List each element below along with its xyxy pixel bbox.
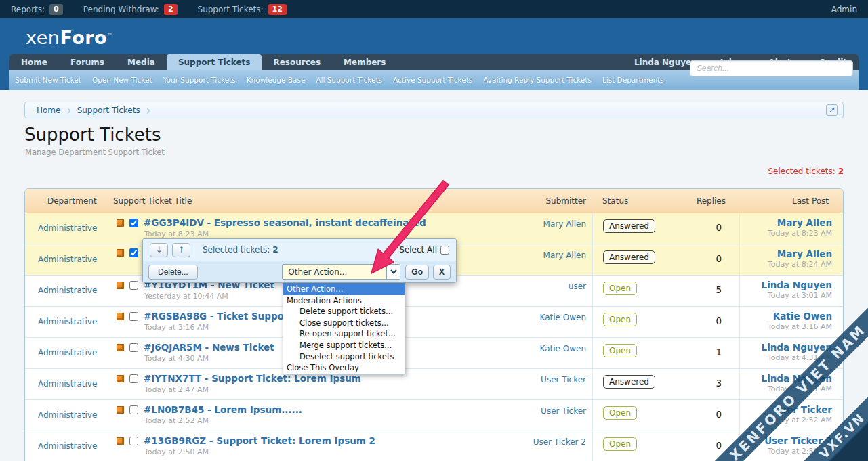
adminbar-stat-label: Reports: — [11, 5, 45, 14]
dropdown-option[interactable]: Delete support tickets... — [283, 306, 405, 317]
dropdown-option[interactable]: Close This Overlay — [283, 362, 405, 374]
status-cell: Open — [592, 276, 667, 306]
close-overlay-button[interactable]: X — [433, 265, 451, 280]
xenforo-logo[interactable]: xenForo™ — [26, 27, 113, 48]
status-badge: Open — [603, 282, 637, 295]
last-post-user-link[interactable]: Mary Allen — [740, 248, 832, 259]
replies-count: 5 — [667, 276, 739, 306]
department-link[interactable]: Administrative — [25, 276, 113, 306]
select-all-label: Select All — [399, 245, 437, 255]
ticket-date: Today at 2:52 AM — [144, 416, 474, 425]
table-row: Administrative #RGSBA98G - Ticket Suppor… — [25, 307, 843, 338]
header-replies[interactable]: Replies — [667, 196, 739, 206]
dropdown-option[interactable]: Re-open support ticket... — [283, 328, 405, 340]
header-last-post[interactable]: Last Post — [739, 196, 843, 206]
row-checkbox[interactable] — [129, 248, 138, 257]
search-input[interactable] — [690, 60, 853, 76]
last-post-user-link[interactable]: Linda Nguyen — [740, 342, 832, 353]
ticket-title-link[interactable]: #J6QJAR5M - News Ticket — [144, 342, 274, 353]
select-all-checkbox[interactable] — [440, 246, 449, 255]
nav-tab[interactable]: Forums — [59, 54, 116, 70]
row-checkbox[interactable] — [129, 312, 138, 321]
row-checkbox[interactable] — [129, 405, 138, 414]
header-status[interactable]: Status — [592, 196, 667, 206]
header-title[interactable]: Support Ticket Title — [113, 196, 474, 206]
header-department[interactable]: Department — [25, 196, 113, 206]
delete-button[interactable]: Delete... — [148, 265, 198, 280]
adminbar-stat[interactable]: Pending Withdraw: 2 — [83, 4, 178, 15]
subnav-link[interactable]: Avaiting Reply Support Tickets — [478, 70, 597, 90]
ticket-title-link[interactable]: #GG3P4IDV - Espresso seasonal, instant d… — [144, 217, 426, 228]
last-post-user-link[interactable]: Mary Allen — [740, 217, 832, 228]
breadcrumb-link[interactable]: Home — [30, 106, 66, 115]
nav-tab[interactable]: Support Tickets — [167, 54, 262, 70]
go-button[interactable]: Go — [405, 265, 429, 280]
breadcrumb-link[interactable]: Support Tickets — [71, 106, 146, 115]
dropdown-option[interactable]: Other Action... — [283, 284, 405, 295]
dropdown-option[interactable]: Merge support tickets... — [283, 340, 405, 351]
dropdown-option[interactable]: Close support tickets... — [283, 317, 405, 329]
last-post-user-link[interactable]: Linda Nguyen — [740, 280, 832, 290]
row-checkbox[interactable] — [129, 343, 138, 352]
ticket-title-link[interactable]: #LN0B7B45 - Lorem Ipsum...... — [144, 404, 302, 415]
department-link[interactable]: Administrative — [25, 213, 113, 244]
external-link-icon[interactable]: ↗ — [826, 104, 838, 116]
row-checkbox[interactable] — [129, 437, 138, 445]
row-checkbox[interactable] — [129, 281, 138, 290]
adminbar-count-badge: 0 — [49, 4, 63, 15]
row-checkbox[interactable] — [129, 374, 138, 383]
subnav-link[interactable]: Your Support Tickets — [158, 70, 241, 90]
ticket-title-link[interactable]: #IYTNX7TT - Support Ticket: Lorem Ipsum — [144, 373, 361, 384]
action-select[interactable]: Other Action... — [282, 264, 400, 280]
submitter-link[interactable]: User Ticker — [474, 400, 592, 431]
status-cell: Answered — [592, 244, 667, 275]
submitter-link[interactable]: User Ticker 2 — [474, 431, 592, 461]
nav-tab-label: Support Tickets — [178, 58, 251, 67]
dropdown-option[interactable]: Deselect support tickets — [283, 351, 405, 363]
department-link[interactable]: Administrative — [25, 307, 113, 337]
subnav-link[interactable]: All Support Tickets — [310, 70, 388, 90]
department-link[interactable]: Administrative — [25, 244, 113, 275]
subnav-link[interactable]: List Departments — [597, 70, 669, 90]
header-submitter[interactable]: Submitter — [474, 196, 592, 206]
nav-tab[interactable]: Resources — [262, 54, 332, 70]
subnav-link[interactable]: Active Support Tickets — [388, 70, 478, 90]
ticket-icon — [117, 344, 124, 351]
up-arrow-icon: ↑ — [178, 245, 184, 255]
subnav-link[interactable]: Submit New Ticket — [9, 70, 87, 90]
nav-tab[interactable]: Members — [332, 54, 397, 70]
overlay-selected-count: Selected tickets: 2 — [203, 245, 278, 255]
department-link[interactable]: Administrative — [25, 431, 113, 461]
subnav-link[interactable]: Open New Ticket — [87, 70, 158, 90]
subnav-link[interactable]: Knowledge Base — [241, 70, 311, 90]
submitter-link[interactable]: Mary Allen — [474, 244, 592, 275]
adminbar-stat[interactable]: Reports: 0 — [11, 4, 63, 15]
submitter-link[interactable]: Katie Owen — [474, 307, 592, 337]
submitter-link[interactable]: User Ticker — [474, 369, 592, 399]
nav-tab[interactable]: Home — [9, 54, 59, 70]
status-badge: Answered — [603, 250, 655, 264]
adminbar-stat[interactable]: Support Tickets: 12 — [198, 4, 287, 15]
replies-count: 0 — [667, 244, 739, 275]
adminbar-stat-label: Support Tickets: — [198, 5, 264, 14]
replies-count: 1 — [667, 338, 739, 368]
admin-link[interactable]: Admin — [831, 5, 857, 14]
submitter-link[interactable]: Mary Allen — [474, 213, 592, 244]
row-checkbox[interactable] — [129, 219, 138, 227]
replies-count: 0 — [667, 400, 739, 431]
ticket-table: Department Support Ticket Title Submitte… — [24, 188, 844, 461]
move-down-button[interactable]: ↓ — [150, 243, 168, 257]
department-link[interactable]: Administrative — [25, 338, 113, 368]
department-link[interactable]: Administrative — [25, 400, 113, 431]
nav-tab[interactable]: Media — [116, 54, 167, 70]
ticket-title-link[interactable]: #RGSBA98G - Ticket Support — [144, 311, 293, 322]
dropdown-option[interactable]: Moderation Actions — [283, 295, 405, 307]
submitter-link[interactable]: user — [474, 276, 592, 306]
ticket-title-link[interactable]: #13GB9RGZ - Support Ticket: Lorem Ipsum … — [144, 435, 375, 446]
department-link[interactable]: Administrative — [25, 369, 113, 399]
last-post-user-link[interactable]: Katie Owen — [740, 311, 832, 322]
move-up-button[interactable]: ↑ — [172, 243, 190, 257]
status-badge: Open — [603, 437, 637, 451]
replies-count: 3 — [667, 369, 739, 399]
submitter-link[interactable]: Katie Owen — [474, 338, 592, 368]
